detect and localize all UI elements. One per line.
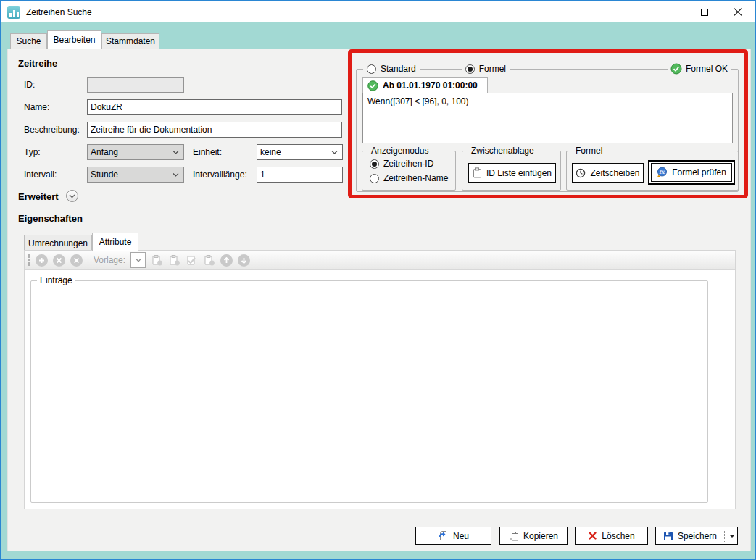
zeitreihen-id-radio-item[interactable]: Zeitreihen-ID: [366, 158, 437, 170]
zeitscheiben-button[interactable]: Zeitscheiben: [572, 163, 644, 183]
eigenschaften-heading: Eigenschaften: [18, 213, 83, 224]
close-button[interactable]: [721, 1, 755, 22]
id-liste-einfuegen-button[interactable]: ID Liste einfügen: [468, 163, 556, 183]
period-tab-label: Ab 01.01.1970 01:00:00: [383, 80, 478, 91]
speichern-split-separator: [724, 530, 725, 542]
tab-attribute[interactable]: Attribute: [92, 233, 138, 251]
formel-pruefen-button[interactable]: fx Formel prüfen: [651, 163, 732, 182]
period-check-icon: [367, 80, 378, 91]
speichern-button[interactable]: Speichern: [655, 527, 738, 545]
speichern-dropdown-icon[interactable]: [729, 535, 735, 538]
maximize-button[interactable]: [688, 1, 721, 22]
new-document-icon: [438, 530, 449, 541]
id-label: ID:: [24, 80, 35, 90]
formel-pruefen-label: Formel prüfen: [672, 167, 726, 177]
chevron-down-icon: [331, 151, 338, 154]
standard-radio[interactable]: [367, 64, 376, 74]
attribute-tab-page: Vorlage:: [24, 250, 736, 509]
clock-icon: [576, 168, 586, 178]
loeschen-label: Löschen: [602, 531, 634, 541]
toolbar-separator: [88, 254, 88, 267]
zeitreihen-id-radio[interactable]: [370, 159, 379, 169]
formel-status: Formel OK: [668, 63, 731, 75]
zeitreihen-name-label: Zeitreihen-Name: [383, 173, 448, 183]
minimize-button[interactable]: [655, 1, 688, 22]
erweitert-expand-button[interactable]: [66, 190, 78, 202]
id-liste-einfuegen-label: ID Liste einfügen: [486, 168, 552, 178]
speichern-label: Speichern: [678, 531, 717, 541]
name-field[interactable]: [87, 99, 342, 115]
formula-period-tab[interactable]: Ab 01.01.1970 01:00:00: [362, 77, 488, 93]
remove-all-icon: [70, 254, 83, 267]
id-field: [87, 77, 184, 93]
copy-icon: [509, 531, 519, 541]
tab-umrechnungen[interactable]: Umrechnungen: [24, 235, 92, 251]
zeitscheiben-label: Zeitscheiben: [590, 168, 639, 178]
tab-stammdaten[interactable]: Stammdaten: [101, 33, 159, 49]
beschreibung-label: Beschreibung:: [24, 125, 80, 135]
formel-ok-check-icon: [670, 63, 682, 75]
standard-radio-item[interactable]: Standard: [363, 63, 420, 75]
formel-radio-label: Formel: [479, 64, 506, 74]
window-title: Zeitreihen Suche: [26, 7, 92, 17]
move-down-icon: [238, 254, 250, 267]
typ-dropdown: Anfang: [87, 144, 184, 160]
formula-textarea[interactable]: Wenn([307] < [96], 0, 100): [362, 93, 733, 143]
zeitreihen-name-radio[interactable]: [370, 174, 379, 183]
anzeigemodus-groupbox: Anzeigemodus Zeitreihen-ID Zeitreihen-Na…: [362, 151, 456, 191]
eintraege-groupbox: Einträge: [30, 280, 708, 503]
standard-radio-label: Standard: [381, 64, 416, 74]
minimize-icon: [668, 12, 676, 12]
neu-button[interactable]: Neu: [415, 527, 491, 545]
attribute-toolbar: Vorlage:: [25, 251, 735, 270]
toolbar-grip-handle: [28, 254, 30, 266]
intervall-dropdown: Stunde: [87, 167, 184, 183]
chevron-down-icon: [136, 259, 141, 262]
maximize-icon: [701, 9, 708, 16]
title-bar: Zeitreihen Suche: [1, 1, 755, 22]
formel-radio-item[interactable]: Formel: [462, 63, 510, 75]
kopieren-label: Kopieren: [523, 531, 558, 541]
intervalllaenge-field[interactable]: [257, 167, 343, 183]
intervall-label: Intervall:: [24, 170, 57, 180]
formel-group-title: Formel: [573, 146, 605, 156]
clipboard-icon: [473, 167, 482, 178]
formel-status-label: Formel OK: [686, 64, 728, 74]
section-title-zeitreihe: Zeitreihe: [18, 58, 57, 69]
zwischenablage-title: Zwischenablage: [468, 146, 537, 156]
intervall-value: Stunde: [91, 170, 118, 180]
tab-suche[interactable]: Suche: [10, 33, 47, 49]
template-apply-icon: [151, 254, 163, 266]
typ-label: Typ:: [24, 147, 41, 157]
app-icon: [7, 6, 20, 19]
save-floppy-icon: [663, 531, 673, 541]
formel-groupbox: Formel Zeitscheiben fx Formel prüfen: [566, 151, 739, 191]
einheit-label: Einheit:: [193, 147, 222, 157]
template-check-icon: [186, 254, 198, 266]
name-label: Name:: [24, 102, 49, 112]
intervalllaenge-label: Intervalllänge:: [193, 170, 247, 180]
formel-pruefen-button-ring: fx Formel prüfen: [648, 160, 735, 185]
content-panel: Zeitreihe ID: Name: Beschreibung: Typ: A…: [7, 49, 751, 551]
chevron-down-icon: [173, 151, 179, 154]
fx-magnifier-icon: fx: [657, 167, 668, 178]
remove-entry-icon: [53, 254, 65, 267]
chevron-down-icon: [69, 194, 75, 198]
zeitreihen-name-radio-item[interactable]: Zeitreihen-Name: [366, 172, 452, 184]
app-window: Zeitreihen Suche Suche Bearbeiten Stammd…: [0, 0, 756, 560]
add-entry-icon: [36, 254, 48, 267]
chevron-down-icon: [173, 173, 179, 177]
anzeigemodus-title: Anzeigemodus: [368, 146, 431, 156]
loeschen-button[interactable]: Löschen: [575, 527, 648, 545]
einheit-value: keine: [260, 147, 281, 157]
template-reload-icon: [168, 254, 180, 266]
neu-label: Neu: [453, 531, 469, 541]
template-delete-icon: [203, 254, 215, 266]
kopieren-button[interactable]: Kopieren: [499, 527, 568, 545]
beschreibung-field[interactable]: [87, 122, 342, 138]
einheit-dropdown[interactable]: keine: [257, 144, 343, 160]
move-up-icon: [220, 254, 233, 267]
formel-radio[interactable]: [465, 64, 475, 74]
tab-bearbeiten[interactable]: Bearbeiten: [47, 30, 101, 49]
zeitreihen-id-label: Zeitreihen-ID: [383, 159, 433, 169]
